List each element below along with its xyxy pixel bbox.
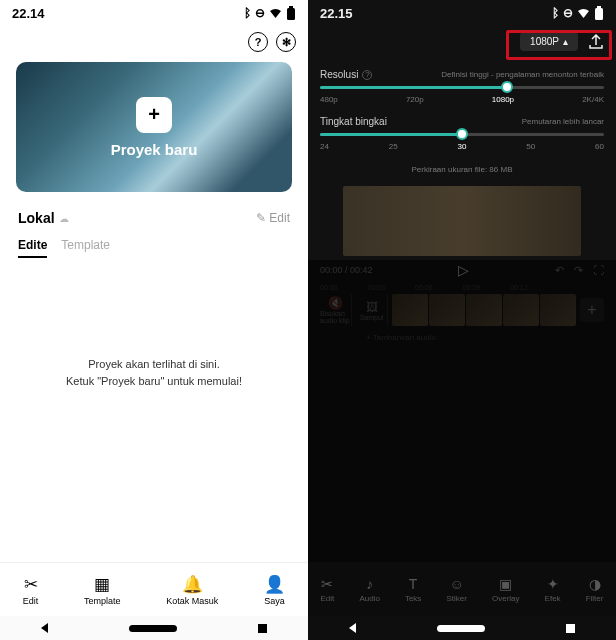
- dnd-icon: ⊖: [563, 6, 573, 20]
- image-icon: 🖼: [366, 300, 378, 314]
- clips-strip[interactable]: [392, 294, 576, 326]
- home-icon[interactable]: [437, 625, 485, 632]
- chevron-up-icon: ▴: [563, 36, 568, 47]
- local-label: Lokal: [18, 210, 55, 226]
- bell-icon: 🔔: [182, 574, 203, 595]
- nav-text[interactable]: TTeks: [405, 576, 421, 603]
- resolusi-hint: Definisi tinggi - pengalaman menonton te…: [441, 70, 604, 79]
- scissors-icon: ✂: [24, 574, 38, 595]
- mute-audio-button[interactable]: 🔇Bisukan audio klip: [320, 294, 352, 326]
- slider-thumb[interactable]: [456, 128, 468, 140]
- bingkai-slider[interactable]: 24 25 30 50 60: [308, 133, 616, 151]
- template-icon: ▦: [94, 574, 110, 595]
- resolution-button[interactable]: 1080P ▴: [520, 32, 578, 51]
- playback-time: 00:00 / 00:42: [320, 265, 373, 275]
- nav-edit[interactable]: ✂Edit: [321, 576, 335, 603]
- cloud-icon[interactable]: ☁: [59, 213, 69, 224]
- svg-rect-1: [287, 8, 295, 20]
- resolusi-label-row: Resolusi ? Definisi tinggi - pengalaman …: [308, 57, 616, 86]
- redo-icon[interactable]: ↷: [574, 264, 583, 277]
- recents-icon[interactable]: [258, 624, 267, 633]
- pencil-icon: ✎: [256, 211, 266, 225]
- bluetooth-icon: ᛒ: [552, 6, 559, 20]
- nav-audio[interactable]: ♪Audio: [359, 576, 379, 603]
- speaker-off-icon: 🔇: [328, 296, 343, 310]
- phone-left: 22.14 ᛒ ⊖ ? ✻ + Proyek baru Lokal ☁ ✎ Ed…: [0, 0, 308, 640]
- settings-icon[interactable]: ✻: [276, 32, 296, 52]
- edit-link[interactable]: ✎ Edit: [256, 211, 290, 225]
- nav-filter[interactable]: ◑Filter: [586, 576, 604, 603]
- back-icon[interactable]: [41, 623, 48, 633]
- sparkle-icon: ✦: [547, 576, 559, 592]
- edit-label: Edit: [269, 211, 290, 225]
- status-time: 22.14: [12, 6, 45, 21]
- svg-rect-2: [597, 6, 601, 8]
- empty-line1: Proyek akan terlihat di sini.: [0, 356, 308, 373]
- empty-message: Proyek akan terlihat di sini. Ketuk "Pro…: [0, 356, 308, 389]
- battery-icon: [286, 6, 296, 20]
- status-icons-left: ᛒ ⊖: [244, 6, 296, 20]
- clip[interactable]: [503, 294, 539, 326]
- person-icon: 👤: [264, 574, 285, 595]
- overlay-icon: ▣: [499, 576, 512, 592]
- top-actions-left: ? ✻: [0, 26, 308, 56]
- tab-edit[interactable]: Edite: [18, 238, 47, 258]
- help-icon[interactable]: ?: [248, 32, 268, 52]
- add-audio-button[interactable]: + Tambahkan audio: [320, 327, 604, 342]
- new-project-card[interactable]: + Proyek baru: [16, 62, 292, 192]
- music-icon: ♪: [366, 576, 373, 592]
- scissors-icon: ✂: [321, 576, 333, 592]
- home-icon[interactable]: [129, 625, 177, 632]
- sticker-icon: ☺: [450, 576, 464, 592]
- tabs-row: Edite Template: [0, 230, 308, 266]
- resolusi-slider[interactable]: 480p 720p 1080p 2K/4K: [308, 86, 616, 104]
- nav-overlay[interactable]: ▣Overlay: [492, 576, 520, 603]
- nav-inbox[interactable]: 🔔Kotak Masuk: [166, 574, 218, 606]
- filter-icon: ◑: [589, 576, 601, 592]
- phone-right: 22.15 ᛒ ⊖ 1080P ▴ Resolusi ? Definisi ti…: [308, 0, 616, 640]
- bottom-nav-left: ✂Edit ▦Template 🔔Kotak Masuk 👤Saya: [0, 562, 308, 616]
- clip[interactable]: [540, 294, 576, 326]
- svg-rect-3: [595, 8, 603, 20]
- bottom-nav-right: ✂Edit ♪Audio TTeks ☺Stiker ▣Overlay ✦Efe…: [308, 562, 616, 616]
- clip[interactable]: [466, 294, 502, 326]
- sys-nav-left: [0, 616, 308, 640]
- status-icons-right: ᛒ ⊖: [552, 6, 604, 20]
- back-icon[interactable]: [349, 623, 356, 633]
- fullscreen-icon[interactable]: ⛶: [593, 264, 604, 277]
- nav-profile[interactable]: 👤Saya: [264, 574, 285, 606]
- bingkai-label: Tingkat bingkai: [320, 116, 387, 127]
- status-time-r: 22.15: [320, 6, 353, 21]
- sys-nav-right: [308, 616, 616, 640]
- tab-template[interactable]: Template: [61, 238, 110, 258]
- nav-edit[interactable]: ✂Edit: [23, 574, 39, 606]
- empty-line2: Ketuk "Proyek baru" untuk memulai!: [0, 373, 308, 390]
- bingkai-hint: Pemutaran lebih lancar: [522, 117, 604, 126]
- playback-row: 00:00 / 00:42 ▷ ↶ ↷ ⛶: [308, 256, 616, 282]
- add-clip-button[interactable]: +: [580, 298, 604, 322]
- slider-thumb[interactable]: [501, 81, 513, 93]
- clip[interactable]: [429, 294, 465, 326]
- timeline[interactable]: 00:00 00:03 00:06 00:09 00:12 🔇Bisukan a…: [308, 282, 616, 342]
- nav-effect[interactable]: ✦Efek: [545, 576, 561, 603]
- export-icon[interactable]: [588, 34, 604, 50]
- local-row: Lokal ☁ ✎ Edit: [0, 204, 308, 230]
- undo-icon[interactable]: ↶: [555, 264, 564, 277]
- play-icon[interactable]: ▷: [458, 262, 469, 278]
- svg-rect-0: [289, 6, 293, 8]
- nav-template[interactable]: ▦Template: [84, 574, 121, 606]
- status-bar-right: 22.15 ᛒ ⊖: [308, 0, 616, 26]
- wifi-icon: [577, 8, 590, 18]
- help-icon[interactable]: ?: [362, 70, 372, 80]
- status-bar-left: 22.14 ᛒ ⊖: [0, 0, 308, 26]
- wifi-icon: [269, 8, 282, 18]
- battery-icon: [594, 6, 604, 20]
- plus-icon: +: [136, 97, 172, 133]
- cover-button[interactable]: 🖼Sampul: [356, 294, 388, 326]
- video-preview[interactable]: [343, 186, 581, 256]
- clip[interactable]: [392, 294, 428, 326]
- recents-icon[interactable]: [566, 624, 575, 633]
- card-label: Proyek baru: [111, 141, 198, 158]
- nav-sticker[interactable]: ☺Stiker: [446, 576, 466, 603]
- text-icon: T: [409, 576, 418, 592]
